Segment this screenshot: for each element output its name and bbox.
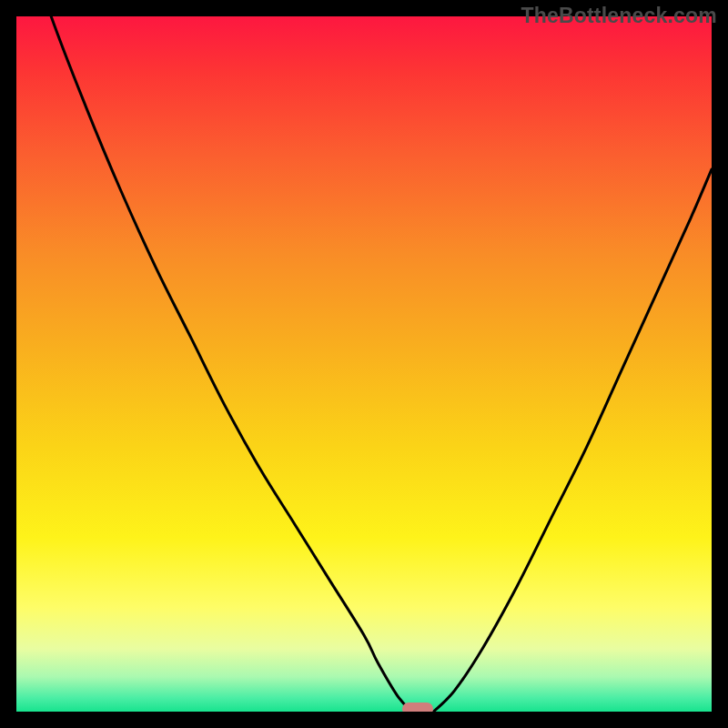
curve-right-branch — [433, 169, 712, 712]
optimum-marker — [402, 703, 433, 712]
plot-area — [16, 16, 712, 712]
watermark-text: TheBottleneck.com — [521, 4, 717, 28]
chart-figure: TheBottleneck.com — [0, 0, 728, 728]
curve-layer — [16, 16, 712, 712]
curve-left-branch — [16, 16, 412, 712]
